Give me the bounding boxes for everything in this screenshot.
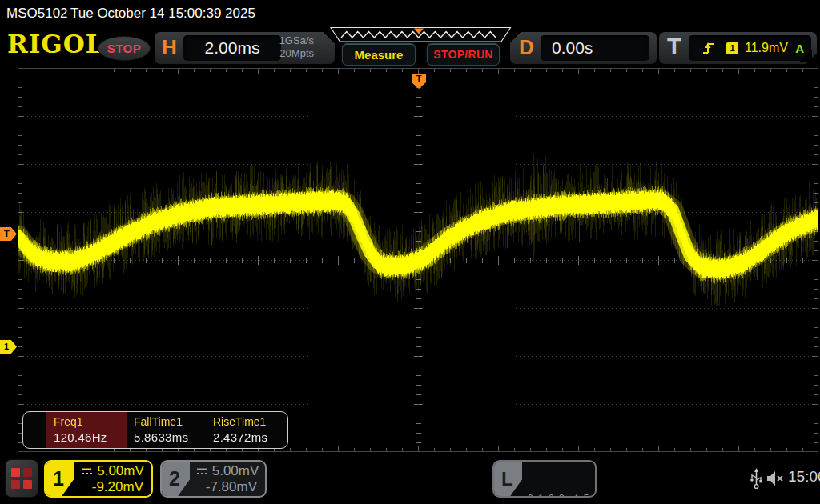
measure-button-label: Measure <box>355 48 404 62</box>
measurement-value: 2.4372ms <box>213 430 285 444</box>
channel2-number: 2 <box>169 467 180 490</box>
digital-channels-badge[interactable]: L 0 1 2 3 4 5 6 7 8 9 1011 12131415 <box>492 460 597 498</box>
measurement-value: 5.8633ms <box>134 430 206 444</box>
graticule-area: T <box>18 68 818 452</box>
stop-run-button-label: STOP/RUN <box>433 48 493 61</box>
datetime-text: Tue October 14 15:00:39 2025 <box>70 6 255 22</box>
timebase-value: 2.00ms <box>205 38 260 58</box>
measurement-item-falltime1[interactable]: FallTime1 5.8633ms <box>127 412 206 448</box>
delay-display: 0.00s <box>541 35 649 61</box>
digital-label: L <box>501 468 513 490</box>
measurement-item-risetime1[interactable]: RiseTime1 2.4372ms <box>206 412 285 448</box>
trigger-display: 1 11.9mV A <box>689 35 811 61</box>
measurement-label: RiseTime1 <box>213 415 285 428</box>
model-name: MSO5102 <box>6 6 68 22</box>
rising-edge-trigger-icon <box>701 41 716 55</box>
digital-tab: L <box>494 462 522 496</box>
clock-text: 15:00 <box>788 468 820 486</box>
digital-row1: 0 1 2 3 4 5 6 7 <box>528 492 595 496</box>
sample-rate: 1GSa/s <box>279 34 314 47</box>
usb-icon <box>750 468 763 490</box>
menu-button[interactable] <box>5 459 38 498</box>
measurement-label: FallTime1 <box>134 415 206 428</box>
ch1-ground-marker[interactable]: 1 <box>0 340 17 354</box>
channel1-badge[interactable]: 1 5.00mV -9.20mV <box>44 460 153 498</box>
acquisition-info: 1GSa/s 20Mpts <box>279 34 314 60</box>
channel1-number: 1 <box>53 467 64 490</box>
channel2-offset: -7.80mV <box>192 479 262 495</box>
horizontal-label: H <box>162 35 177 60</box>
waveform-display[interactable] <box>18 68 818 452</box>
menu-grid-icon <box>11 468 32 489</box>
run-state-badge: STOP <box>98 36 151 61</box>
measurement-gutter <box>23 412 46 448</box>
measure-button[interactable]: Measure <box>342 43 416 66</box>
channel1-scale: 5.00mV <box>97 463 144 479</box>
measurement-label: Freq1 <box>54 415 127 428</box>
channel1-offset: -9.20mV <box>76 479 148 495</box>
trigger-level-marker[interactable]: T <box>0 227 17 241</box>
trigger-sweep-mode: A <box>795 42 804 55</box>
dc-coupling-icon <box>195 467 208 476</box>
rigol-logo: RIGOL <box>7 30 104 58</box>
bottom-bar: 1 5.00mV -9.20mV 2 <box>0 456 820 504</box>
stop-run-button[interactable]: STOP/RUN <box>427 43 500 66</box>
channel2-tab: 2 <box>162 462 190 496</box>
delay-label: D <box>519 35 534 60</box>
channel2-badge[interactable]: 2 5.00mV -7.80mV <box>160 460 267 498</box>
top-info-bar: MSO5102 Tue October 14 15:00:39 2025 <box>0 0 820 26</box>
channel2-scale: 5.00mV <box>212 463 259 479</box>
delay-panel[interactable]: D 0.00s <box>510 32 657 64</box>
measurement-item-freq1[interactable]: Freq1 120.46Hz <box>46 412 127 448</box>
measurement-panel: Freq1 120.46Hz FallTime1 5.8633ms RiseTi… <box>22 411 288 449</box>
trigger-level-value: 11.9mV <box>745 41 788 55</box>
measurement-value: 120.46Hz <box>54 430 127 444</box>
delay-value: 0.00s <box>541 38 593 58</box>
waveform-memory-strip[interactable] <box>326 27 512 42</box>
horizontal-panel[interactable]: H 2.00ms 1GSa/s 20Mpts <box>155 32 335 64</box>
speaker-muted-icon[interactable] <box>766 470 786 487</box>
memory-depth: 20Mpts <box>279 47 314 60</box>
trigger-label: T <box>667 34 681 60</box>
trigger-panel[interactable]: T 1 11.9mV A <box>659 32 817 64</box>
dc-coupling-icon <box>80 467 93 476</box>
header-bar: RIGOL STOP H 2.00ms 1GSa/s 20Mpts Measur… <box>0 26 820 67</box>
trigger-source-badge: 1 <box>726 42 738 54</box>
channel1-tab: 1 <box>46 462 74 496</box>
timebase-display: 2.00ms <box>183 35 281 61</box>
